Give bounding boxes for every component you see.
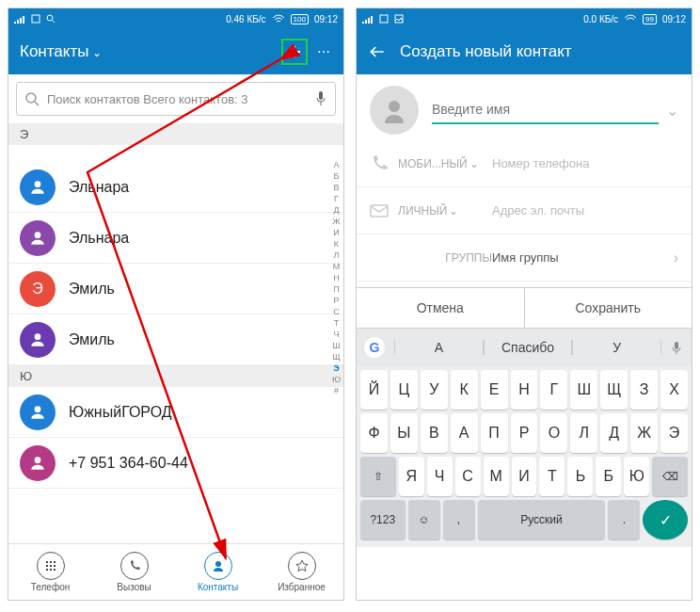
cancel-button[interactable]: Отмена	[357, 288, 524, 328]
key[interactable]: Е	[481, 370, 508, 410]
svg-point-9	[46, 561, 48, 563]
contact-row[interactable]: ЭЭмиль	[8, 264, 343, 314]
chevron-down-icon[interactable]: ⌄	[666, 102, 678, 120]
backspace-key[interactable]: ⌫	[652, 457, 688, 496]
key[interactable]: Б	[596, 457, 621, 496]
svg-point-12	[46, 565, 48, 567]
contacts-screen: 0.46 КБ/с 100 09:12 Контакты⌄ ⋯ Поиск ко…	[8, 8, 344, 601]
svg-point-11	[54, 561, 56, 563]
key[interactable]: Р	[511, 413, 538, 453]
svg-point-1	[47, 15, 53, 21]
signal-icon	[362, 14, 374, 24]
emoji-key[interactable]: ☺	[408, 500, 440, 540]
key[interactable]: М	[484, 457, 509, 496]
key[interactable]: С	[455, 457, 481, 496]
name-input[interactable]	[432, 96, 659, 124]
section-header: Ю	[8, 365, 343, 387]
contact-form: ⌄ МОБИ...НЫЙ ⌄ Номер телефона ЛИЧНЫЙ ⌄ А…	[357, 74, 692, 287]
key[interactable]: Ф	[360, 413, 388, 453]
svg-point-6	[35, 333, 41, 340]
mic-icon[interactable]	[314, 90, 327, 107]
key[interactable]: Ш	[570, 370, 597, 410]
key[interactable]: Ю	[624, 457, 649, 496]
svg-point-2	[26, 93, 36, 103]
avatar	[20, 395, 56, 430]
svg-point-10	[50, 561, 52, 563]
svg-point-7	[35, 406, 41, 412]
phone-input[interactable]: Номер телефона	[492, 151, 678, 176]
key[interactable]: Я	[399, 457, 424, 496]
key[interactable]: Ж	[630, 413, 658, 453]
group-label: ГРУППЫ	[398, 251, 492, 265]
nav-calls[interactable]: Вызовы	[92, 544, 176, 600]
avatar	[20, 220, 56, 256]
shift-key[interactable]: ⇧	[360, 457, 396, 496]
key[interactable]: Ы	[390, 413, 418, 453]
key[interactable]: Ц	[390, 370, 418, 410]
contact-row[interactable]: Эмиль	[8, 314, 343, 365]
add-contact-button[interactable]	[281, 39, 308, 65]
create-contact-screen: 0.0 КБ/с 99 09:12 Создать новый контакт …	[356, 8, 692, 601]
suggestion[interactable]: У	[572, 340, 661, 355]
contact-row[interactable]: Эльнара	[8, 162, 343, 213]
wifi-icon	[624, 14, 637, 24]
key[interactable]: Н	[511, 370, 538, 410]
key[interactable]: Ь	[567, 457, 593, 496]
save-button[interactable]: Сохранить	[524, 288, 692, 328]
google-icon[interactable]: G	[364, 337, 385, 358]
key[interactable]: Э	[660, 413, 688, 453]
key[interactable]: А	[451, 413, 478, 453]
status-bar: 0.46 КБ/с 100 09:12	[8, 8, 343, 29]
svg-rect-0	[32, 15, 40, 23]
key[interactable]: З	[630, 370, 658, 410]
key[interactable]: Щ	[600, 370, 628, 410]
key[interactable]: К	[451, 370, 478, 410]
key[interactable]: В	[421, 413, 448, 453]
header-title[interactable]: Контакты⌄	[20, 42, 281, 61]
chevron-right-icon[interactable]: ›	[674, 250, 678, 266]
svg-rect-3	[319, 91, 323, 100]
key[interactable]: Ч	[427, 457, 453, 496]
period-key[interactable]: .	[608, 500, 640, 540]
email-type[interactable]: ЛИЧНЫЙ ⌄	[398, 204, 492, 217]
key[interactable]: У	[421, 370, 448, 410]
search-input[interactable]: Поиск контактов Всего контактов: 3	[16, 82, 336, 116]
phone-type[interactable]: МОБИ...НЫЙ ⌄	[398, 157, 492, 170]
overflow-icon[interactable]: ⋯	[317, 44, 332, 59]
contact-row[interactable]: ЮжныйГОРОД	[8, 387, 343, 438]
enter-key[interactable]: ✓	[643, 500, 688, 540]
suggestion[interactable]: Спасибо	[484, 340, 573, 355]
status-bar: 0.0 КБ/с 99 09:12	[357, 8, 692, 29]
mic-icon[interactable]	[669, 340, 684, 355]
key[interactable]: Х	[660, 370, 688, 410]
svg-point-16	[50, 569, 52, 571]
key[interactable]: О	[540, 413, 567, 453]
alpha-index[interactable]: АБВГДЖИКЛМНПРСТЧШЩЭЮ#	[332, 159, 341, 396]
suggestion[interactable]: А	[394, 340, 484, 355]
svg-point-13	[50, 565, 52, 567]
svg-rect-19	[380, 15, 388, 23]
symbols-key[interactable]: ?123	[360, 500, 406, 540]
email-input[interactable]: Адрес эл. почты	[492, 198, 678, 223]
contact-row[interactable]: Эльнара	[8, 213, 343, 264]
kb-row: ⇧ЯЧСМИТЬБЮ⌫	[360, 457, 688, 496]
kb-row: ЙЦУКЕНГШЩЗХ	[360, 370, 688, 410]
back-icon[interactable]	[368, 42, 387, 61]
nav-phone[interactable]: Телефон	[8, 544, 92, 600]
key[interactable]: Д	[600, 413, 628, 453]
key[interactable]: И	[512, 457, 537, 496]
comma-key[interactable]: ,	[443, 500, 475, 540]
key[interactable]: Г	[540, 370, 567, 410]
key[interactable]: Т	[539, 457, 565, 496]
key[interactable]: Й	[360, 370, 388, 410]
avatar	[20, 322, 56, 358]
space-key[interactable]: Русский	[478, 500, 606, 540]
group-input[interactable]: Имя группы	[492, 245, 674, 270]
avatar-placeholder[interactable]	[370, 86, 419, 135]
key[interactable]: П	[481, 413, 508, 453]
nav-fav[interactable]: Избранное	[260, 544, 343, 600]
contact-row[interactable]: +7 951 364-60-44	[8, 438, 343, 489]
key[interactable]: Л	[570, 413, 597, 453]
svg-point-21	[389, 101, 400, 112]
nav-contacts[interactable]: Контакты	[176, 544, 260, 600]
